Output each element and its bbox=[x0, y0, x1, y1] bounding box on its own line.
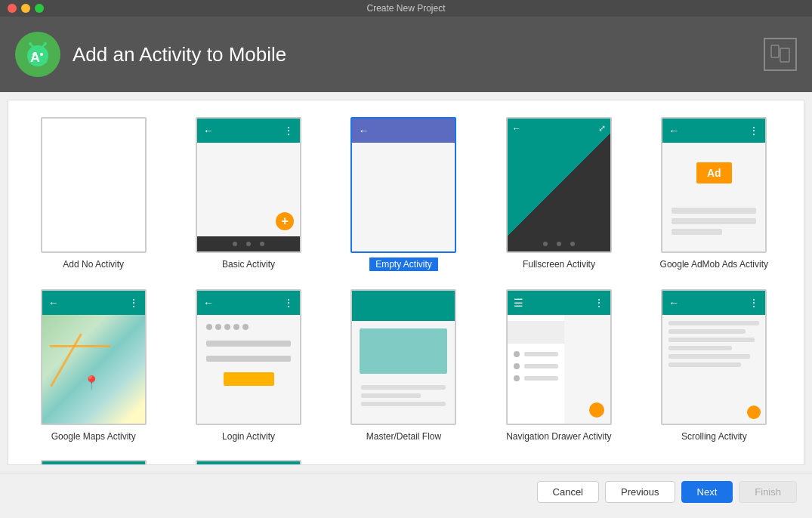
activity-label-basic: Basic Activity bbox=[222, 259, 275, 270]
svg-point-6 bbox=[29, 42, 32, 45]
scroll-lines bbox=[668, 321, 759, 367]
activity-item-navdrawer[interactable]: ☰ ⋮ bbox=[481, 280, 636, 451]
activity-label-scrolling: Scrolling Activity bbox=[681, 431, 747, 442]
scroll-menu-icon: ⋮ bbox=[749, 297, 759, 309]
finish-button[interactable]: Finish bbox=[739, 481, 797, 503]
minimize-button[interactable] bbox=[21, 4, 30, 13]
basic-phone-mock: ← ⋮ + bbox=[197, 119, 300, 251]
activity-item-partial-1[interactable]: ← ⋮ bbox=[16, 451, 171, 464]
activity-label-master: Master/Detail Flow bbox=[366, 431, 441, 442]
admob-header: ← ⋮ bbox=[662, 119, 765, 143]
activity-item-partial-2[interactable]: ← ⋮ bbox=[171, 451, 326, 464]
scroll-header: ← ⋮ bbox=[662, 291, 765, 315]
nav-item-dot-3 bbox=[514, 375, 520, 381]
activity-label-admob: Google AdMob Ads Activity bbox=[660, 259, 768, 270]
basic-phone-header: ← ⋮ bbox=[197, 119, 300, 143]
nav-dot bbox=[557, 242, 561, 246]
master-line-2 bbox=[361, 393, 420, 398]
partial-header-1: ← ⋮ bbox=[42, 461, 145, 464]
activity-item-master[interactable]: Master/Detail Flow bbox=[326, 280, 481, 451]
nav-header: ☰ ⋮ bbox=[508, 291, 610, 315]
master-header bbox=[352, 291, 455, 321]
nav-dot bbox=[543, 242, 548, 246]
svg-text:A: A bbox=[30, 50, 40, 65]
maps-menu-icon: ⋮ bbox=[128, 297, 139, 309]
fullscreen-activity-card: ← ⤢ bbox=[506, 117, 612, 253]
admob-back-icon: ← bbox=[668, 125, 679, 137]
device-icon-svg bbox=[770, 44, 791, 65]
title-bar: Create New Project bbox=[0, 0, 812, 17]
empty-back-arrow: ← bbox=[358, 125, 369, 137]
activity-item-fullscreen[interactable]: ← ⤢ Fullscreen Activity bbox=[481, 108, 636, 280]
login-dot-5 bbox=[242, 324, 249, 330]
activity-item-maps[interactable]: ← ⋮ 📍 Google Maps Activity bbox=[16, 280, 171, 451]
android-logo-icon: A bbox=[23, 39, 53, 69]
nav-mock: ☰ ⋮ bbox=[508, 291, 610, 424]
login-header: ← ⋮ bbox=[197, 291, 300, 315]
empty-activity-card: ← bbox=[350, 117, 456, 253]
fullscreen-mock: ← ⤢ bbox=[508, 119, 610, 251]
previous-button[interactable]: Previous bbox=[605, 481, 675, 503]
fullscreen-expand-icon: ⤢ bbox=[598, 123, 606, 134]
fullscreen-back-icon: ← bbox=[512, 123, 521, 134]
activity-item-no-activity[interactable]: Add No Activity bbox=[16, 108, 171, 280]
map-road-2 bbox=[50, 345, 110, 347]
svg-rect-10 bbox=[780, 48, 789, 62]
maps-mock: ← ⋮ 📍 bbox=[42, 291, 145, 424]
scroll-line-6 bbox=[668, 362, 741, 367]
master-detail-preview bbox=[360, 328, 447, 374]
scroll-line-4 bbox=[668, 346, 732, 350]
page-title: Add an Activity to Mobile bbox=[73, 43, 286, 66]
activity-item-admob[interactable]: ← ⋮ Ad Google AdMob Ads Activity bbox=[637, 108, 792, 280]
login-dot-1 bbox=[206, 324, 212, 330]
master-activity-card bbox=[350, 289, 456, 425]
nav-item-line-1 bbox=[524, 352, 558, 356]
login-mock: ← ⋮ bbox=[197, 291, 300, 424]
master-line-3 bbox=[361, 402, 446, 406]
partial-card-1: ← ⋮ bbox=[41, 460, 147, 464]
maps-body: 📍 bbox=[42, 315, 145, 424]
login-dot-2 bbox=[215, 324, 221, 330]
nav-item-dot-1 bbox=[514, 351, 520, 357]
map-marker-icon: 📍 bbox=[83, 375, 100, 391]
nav-body bbox=[508, 315, 610, 424]
empty-phone-body bbox=[352, 143, 455, 251]
svg-point-7 bbox=[44, 42, 47, 45]
scrolling-activity-card: ← ⋮ bbox=[661, 289, 767, 425]
next-button[interactable]: Next bbox=[681, 481, 733, 503]
master-line-1 bbox=[361, 385, 446, 390]
nav-fab-button bbox=[589, 402, 604, 418]
activity-item-basic[interactable]: ← ⋮ + Basic Activity bbox=[171, 108, 326, 280]
login-btn bbox=[224, 372, 274, 386]
nav-item-1 bbox=[508, 348, 564, 360]
close-button[interactable] bbox=[8, 4, 17, 13]
empty-phone-header: ← bbox=[352, 119, 455, 143]
activity-item-empty[interactable]: ← Empty Activity bbox=[326, 108, 481, 280]
scroll-line-5 bbox=[668, 354, 750, 359]
activity-item-login[interactable]: ← ⋮ bbox=[171, 280, 326, 451]
nav-item-3 bbox=[508, 372, 564, 384]
maximize-button[interactable] bbox=[35, 4, 44, 13]
nav-item-2 bbox=[508, 360, 564, 372]
login-dot-3 bbox=[224, 324, 230, 330]
login-dots bbox=[206, 324, 291, 330]
cancel-button[interactable]: Cancel bbox=[537, 481, 599, 503]
login-body bbox=[197, 315, 300, 424]
svg-rect-9 bbox=[771, 45, 779, 57]
back-arrow-icon: ← bbox=[203, 125, 214, 137]
basic-phone-body: + bbox=[197, 143, 300, 236]
fab-button: + bbox=[276, 212, 294, 230]
activity-label-login: Login Activity bbox=[222, 431, 275, 442]
activity-label-empty: Empty Activity bbox=[369, 257, 438, 271]
nav-item-dot-2 bbox=[514, 363, 520, 369]
scroll-fab bbox=[747, 405, 761, 419]
nav-dot bbox=[233, 242, 237, 246]
map-road-1 bbox=[50, 334, 82, 387]
admob-line-3 bbox=[672, 229, 722, 235]
activity-item-scrolling[interactable]: ← ⋮ bbox=[637, 280, 792, 451]
admob-activity-card: ← ⋮ Ad bbox=[661, 117, 767, 253]
partial-header-2: ← ⋮ bbox=[197, 461, 300, 464]
login-field-1 bbox=[206, 341, 291, 347]
nav-menu-icon: ⋮ bbox=[594, 297, 604, 309]
login-field-2 bbox=[206, 356, 291, 362]
